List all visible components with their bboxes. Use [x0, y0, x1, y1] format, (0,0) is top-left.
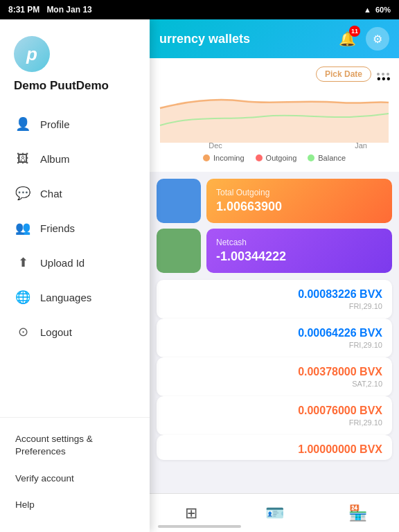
summary-cards: Total Outgoing 1.00663900 Netcash -1.003…: [150, 172, 399, 280]
settings-button[interactable]: ⚙: [366, 27, 389, 51]
chart-graph: Dec Jan: [159, 87, 389, 150]
legend-incoming: Incoming: [203, 154, 245, 162]
card-color-box-1: [157, 179, 201, 223]
album-icon: 🖼: [15, 151, 30, 166]
card-info-2: Netcash -1.00344222: [206, 229, 392, 273]
nav-label-friends: Friends: [40, 222, 75, 234]
tab-icon-0: ⊞: [185, 504, 197, 522]
sidebar-item-friends[interactable]: 👥 Friends: [0, 211, 150, 245]
notification-button[interactable]: 🔔 11: [335, 27, 359, 51]
nav-label-logout: Logout: [40, 326, 72, 338]
card-value-2: -1.00344222: [216, 249, 382, 264]
nav-label-chat: Chat: [40, 188, 62, 200]
card-label-2: Netcash: [216, 238, 382, 247]
total-outgoing-card: Total Outgoing 1.00663900: [157, 179, 392, 223]
tx-amount: 0.00076000 BVX: [298, 405, 382, 417]
battery-icon: 60%: [375, 6, 391, 14]
card-label-1: Total Outgoing: [216, 188, 382, 197]
nav-label-languages: Languages: [40, 292, 91, 303]
pick-date-button[interactable]: Pick Date: [316, 66, 371, 82]
tab-icon-1: 🪪: [265, 504, 284, 522]
tx-date: SAT,2.10: [352, 380, 382, 388]
chart-controls: Pick Date • • •: [159, 66, 389, 82]
tx-amount: 1.00000000 BVX: [298, 443, 382, 456]
netcash-card: Netcash -1.00344222: [157, 229, 392, 273]
upload-id-icon: ⬆: [15, 255, 30, 270]
sidebar-item-upload-id[interactable]: ⬆ Upload Id: [0, 245, 150, 280]
legend-outgoing: Outgoing: [256, 154, 297, 162]
nav-label-profile: Profile: [40, 118, 70, 130]
status-icons: ▲ 60%: [364, 6, 391, 14]
table-row[interactable]: 0.00083226 BVX FRI,29.10: [157, 280, 392, 319]
footer-item-verify-account[interactable]: Verify account: [0, 466, 150, 492]
nav-label-upload-id: Upload Id: [40, 257, 85, 269]
transaction-list: 0.00083226 BVX FRI,29.10 0.00064226 BVX …: [150, 280, 399, 460]
card-color-box-2: [157, 229, 201, 273]
chat-icon: 💬: [15, 186, 30, 201]
status-time: 8:31 PM Mon Jan 13: [8, 5, 92, 15]
tx-date: FRI,29.10: [349, 341, 382, 349]
sidebar-nav: 👤 Profile 🖼 Album 💬 Chat 👥 Friends ⬆ Upl…: [0, 104, 150, 417]
sidebar-item-languages[interactable]: 🌐 Languages: [0, 280, 150, 314]
gear-icon: ⚙: [373, 33, 382, 46]
chart-legend: Incoming Outgoing Balance: [159, 150, 389, 165]
main-header: urrency wallets 🔔 11 ⚙: [150, 19, 399, 58]
sidebar-header: p Demo PuutDemo: [0, 19, 150, 104]
tx-date: FRI,29.10: [349, 302, 382, 310]
footer-item-account-settings[interactable]: Account settings & Preferences: [0, 426, 150, 465]
friends-icon: 👥: [15, 220, 30, 236]
svg-text:Dec: Dec: [209, 141, 222, 150]
table-row[interactable]: 1.00000000 BVX: [157, 435, 392, 460]
sidebar-item-profile[interactable]: 👤 Profile: [0, 107, 150, 141]
status-bar: 8:31 PM Mon Jan 13 ▲ 60%: [0, 0, 399, 19]
page-title: urrency wallets: [159, 32, 250, 46]
sidebar-footer: Account settings & PreferencesVerify acc…: [0, 417, 150, 532]
notification-badge: 11: [349, 26, 360, 37]
chart-section: Pick Date • • • Dec Jan I: [150, 58, 399, 172]
table-row[interactable]: 0.00064226 BVX FRI,29.10: [157, 319, 392, 357]
wifi-icon: ▲: [364, 6, 371, 14]
tx-date: FRI,29.10: [349, 418, 382, 427]
logout-icon: ⊙: [15, 324, 30, 339]
sidebar-item-logout[interactable]: ⊙ Logout: [0, 314, 150, 349]
tab-icon-2: 🏪: [348, 504, 367, 522]
profile-icon: 👤: [15, 116, 30, 132]
tx-amount: 0.00083226 BVX: [298, 288, 382, 301]
store-button[interactable]: 🏪: [337, 498, 378, 529]
header-actions: 🔔 11 ⚙: [335, 27, 389, 51]
tx-amount: 0.00378000 BVX: [298, 366, 382, 378]
home-indicator: [158, 525, 241, 528]
sidebar-item-chat[interactable]: 💬 Chat: [0, 176, 150, 211]
main-content: urrency wallets 🔔 11 ⚙ Pick Date • • •: [150, 19, 399, 532]
card-button[interactable]: 🪪: [254, 498, 295, 529]
tx-amount: 0.00064226 BVX: [298, 327, 382, 339]
card-info-1: Total Outgoing 1.00663900: [206, 179, 392, 223]
footer-item-help[interactable]: Help: [0, 492, 150, 518]
table-row[interactable]: 0.00076000 BVX FRI,29.10: [157, 396, 392, 435]
sidebar-item-album[interactable]: 🖼 Album: [0, 141, 150, 176]
legend-balance: Balance: [308, 154, 346, 162]
more-options-button[interactable]: • • •: [377, 66, 389, 82]
user-name: Demo PuutDemo: [14, 79, 109, 93]
table-row[interactable]: 0.00378000 BVX SAT,2.10: [157, 357, 392, 396]
app-logo: p: [14, 36, 50, 72]
add-button[interactable]: ⊞: [170, 498, 212, 529]
nav-label-album: Album: [40, 153, 70, 165]
card-value-1: 1.00663900: [216, 200, 382, 214]
svg-text:Jan: Jan: [355, 141, 367, 150]
languages-icon: 🌐: [15, 290, 30, 305]
sidebar: p Demo PuutDemo 👤 Profile 🖼 Album 💬 Chat…: [0, 19, 150, 532]
